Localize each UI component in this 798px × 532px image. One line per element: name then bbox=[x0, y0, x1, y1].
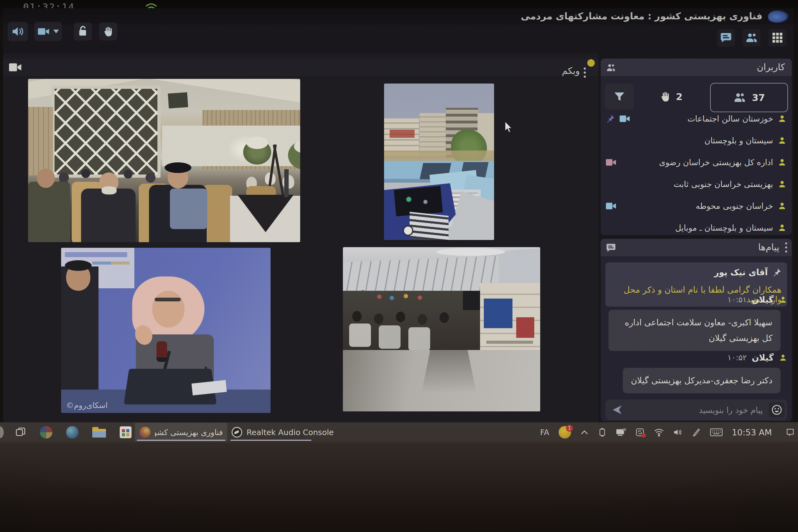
tray-expand-caret[interactable] bbox=[581, 430, 589, 435]
message-bubble: سهیلا اکبری- معاون سلامت اجتماعی اداره ک… bbox=[608, 310, 781, 351]
grid-icon bbox=[772, 32, 783, 44]
user-row[interactable]: خراسان جنوبی محوطه bbox=[606, 197, 787, 215]
sender-name: گیلان bbox=[752, 353, 774, 362]
users-icon bbox=[606, 62, 616, 73]
taskbar-clock[interactable]: 10:53 AM bbox=[732, 428, 772, 437]
video-tile-conference-hall[interactable] bbox=[28, 79, 300, 242]
users-icon bbox=[733, 91, 746, 104]
message-time: ۱۰:۵۱ bbox=[727, 295, 747, 304]
store-button[interactable] bbox=[120, 426, 132, 438]
camera-on-icon bbox=[620, 114, 631, 124]
raise-hand-button[interactable] bbox=[99, 22, 117, 40]
realtek-icon bbox=[232, 427, 242, 438]
raised-hand-count: 2 bbox=[676, 91, 683, 102]
device-tray-icon[interactable] bbox=[598, 428, 607, 437]
taskbar-window-firefox[interactable]: فناوری بهزیستی کشور ـ bbox=[135, 423, 227, 442]
users-panel-title: کاربران bbox=[757, 62, 785, 72]
user-row[interactable]: سیستان و بلوچستان bbox=[606, 131, 787, 150]
language-indicator[interactable]: FA bbox=[540, 428, 549, 437]
touch-keyboard-tray-icon[interactable] bbox=[710, 428, 723, 437]
video-scene bbox=[61, 248, 270, 413]
notification-badge: 1 bbox=[566, 425, 573, 432]
volume-tray-icon[interactable] bbox=[673, 428, 683, 437]
raised-hands-indicator[interactable]: 2 bbox=[650, 86, 691, 108]
person-icon bbox=[779, 296, 787, 304]
video-tile-speaker[interactable]: اسکای‌روم© bbox=[61, 248, 270, 413]
chat-toggle-button[interactable] bbox=[717, 29, 735, 47]
screenshare-button[interactable] bbox=[74, 22, 92, 40]
conference-app-window: فناوری بهزیستی کشور : معاونت مشارکتهای م… bbox=[3, 8, 794, 423]
person-icon bbox=[777, 158, 787, 167]
projection-lower-edge bbox=[0, 442, 798, 532]
camera-dropdown-caret bbox=[53, 29, 59, 34]
webcam-label: وبکم bbox=[502, 65, 580, 76]
user-name: خوزستان سالن اجتماعات bbox=[687, 114, 773, 124]
video-tile-exhibition[interactable] bbox=[343, 247, 540, 412]
projected-screen: 01:32:14 فناوری بهزیستی کشور : معاونت مش… bbox=[0, 0, 798, 532]
user-count-button[interactable]: 37 bbox=[710, 83, 788, 112]
users-icon bbox=[745, 31, 758, 44]
taskbar-window-title: Realtek Audio Console bbox=[247, 428, 334, 437]
user-name: سیستان و بلوچستان ـ موبایل bbox=[675, 223, 773, 232]
open-window-underline bbox=[230, 440, 311, 441]
antivirus-tray-icon[interactable]: 1 bbox=[558, 426, 571, 438]
video-scene bbox=[384, 83, 494, 240]
messages-menu-kebab[interactable] bbox=[785, 242, 787, 253]
message-sender-row: گیلان ۱۰:۵۲ bbox=[727, 353, 787, 362]
sync-alert-tray-icon[interactable] bbox=[635, 428, 645, 437]
camera-on-icon bbox=[606, 158, 617, 167]
task-view-button[interactable] bbox=[15, 427, 26, 438]
window-title: فناوری بهزیستی کشور : معاونت مشارکتهای م… bbox=[521, 11, 762, 21]
chat-icon bbox=[606, 243, 616, 253]
sender-name: گیلان bbox=[752, 295, 774, 304]
pin-icon bbox=[772, 268, 781, 277]
user-name: اداره کل بهزیستی خراسان رضوی bbox=[659, 158, 773, 167]
active-window-underline bbox=[137, 440, 225, 441]
camera-on-icon bbox=[606, 201, 617, 211]
message-bubble: دکتر رضا جعفری-مدیرکل بهزیستی گیلان bbox=[623, 368, 781, 393]
webcam-alert-dot bbox=[587, 59, 595, 67]
wifi-tray-icon[interactable] bbox=[654, 428, 664, 437]
person-icon bbox=[777, 201, 787, 211]
smiley-icon bbox=[771, 404, 782, 415]
filter-button[interactable] bbox=[605, 83, 634, 110]
message-sender-row: گیلان ۱۰:۵۱ bbox=[727, 295, 787, 304]
message-input-bar bbox=[605, 400, 787, 420]
mouse-cursor bbox=[505, 121, 514, 134]
pen-tray-icon[interactable] bbox=[692, 428, 701, 437]
camera-button[interactable] bbox=[34, 22, 62, 41]
emoji-button[interactable] bbox=[769, 402, 784, 418]
video-scene bbox=[343, 247, 540, 412]
person-icon bbox=[777, 223, 787, 232]
message-input[interactable] bbox=[633, 400, 763, 421]
users-toggle-button[interactable] bbox=[742, 29, 761, 47]
messages-panel-title: پیام‌ها bbox=[758, 242, 779, 252]
start-button[interactable] bbox=[40, 426, 52, 438]
hand-icon bbox=[659, 91, 671, 102]
edge-browser-button[interactable] bbox=[66, 426, 79, 438]
display-tray-icon[interactable] bbox=[616, 428, 626, 436]
user-name: بهزیستی خراسان جنوبی ثابت bbox=[673, 179, 773, 189]
pinned-icon bbox=[606, 114, 615, 124]
users-panel: کاربران 2 37 خوزستان سالن اجتماعات bbox=[601, 59, 792, 235]
taskbar-window-realtek[interactable]: Realtek Audio Console bbox=[228, 423, 313, 442]
file-explorer-button[interactable] bbox=[92, 427, 106, 438]
chat-icon bbox=[720, 32, 732, 44]
user-row[interactable]: سیستان و بلوچستان ـ موبایل bbox=[606, 218, 787, 237]
webcam-menu-kebab[interactable] bbox=[584, 67, 586, 79]
user-row[interactable]: خوزستان سالن اجتماعات bbox=[606, 109, 787, 128]
speaker-button[interactable] bbox=[8, 22, 28, 41]
layout-grid-button[interactable] bbox=[768, 29, 786, 47]
user-row[interactable]: اداره کل بهزیستی خراسان رضوی bbox=[606, 153, 787, 172]
send-button[interactable] bbox=[611, 404, 624, 416]
person-icon bbox=[777, 114, 787, 124]
pinned-sender: آقای نیک پور bbox=[714, 267, 768, 277]
video-tile-trucks[interactable] bbox=[384, 83, 494, 240]
user-name: سیستان و بلوچستان bbox=[704, 136, 773, 145]
user-count: 37 bbox=[752, 92, 765, 103]
user-row[interactable]: بهزیستی خراسان جنوبی ثابت bbox=[606, 175, 787, 193]
notification-center-button[interactable] bbox=[785, 428, 795, 437]
camera-icon bbox=[9, 62, 22, 73]
user-name: خراسان جنوبی محوطه bbox=[696, 201, 773, 211]
taskbar-window-title: فناوری بهزیستی کشور ـ bbox=[155, 428, 223, 437]
